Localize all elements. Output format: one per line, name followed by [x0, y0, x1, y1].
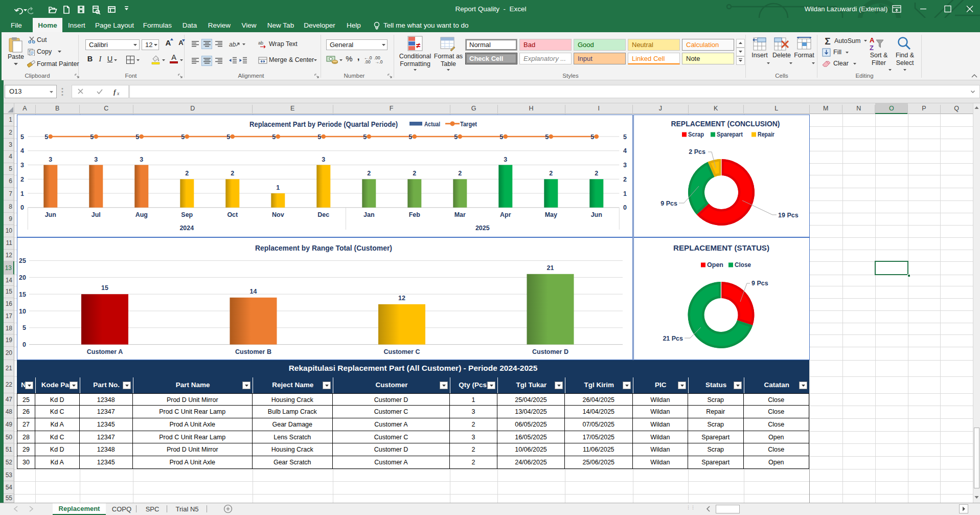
svg-text:A: A: [870, 36, 875, 44]
svg-text:4: 4: [623, 147, 627, 154]
svg-text:5: 5: [22, 324, 26, 331]
svg-text:4: 4: [20, 147, 24, 154]
svg-text:2025: 2025: [475, 225, 490, 232]
svg-text:5: 5: [272, 133, 276, 141]
svg-text:2: 2: [367, 170, 371, 177]
svg-text:21: 21: [547, 264, 554, 272]
svg-text:≠: ≠: [416, 41, 421, 50]
svg-text:.00: .00: [364, 59, 371, 64]
svg-text:14: 14: [250, 288, 257, 295]
svg-text:Scrap: Scrap: [688, 131, 704, 138]
svg-text:5: 5: [408, 133, 412, 141]
svg-text:21 Pcs: 21 Pcs: [663, 335, 683, 342]
svg-text:Repair: Repair: [758, 131, 774, 138]
svg-text:1: 1: [276, 184, 280, 191]
svg-text:9 Pcs: 9 Pcs: [660, 200, 677, 207]
svg-text:5: 5: [44, 133, 48, 141]
svg-text:5: 5: [135, 133, 139, 141]
svg-text:Jan: Jan: [363, 211, 375, 218]
svg-text:5: 5: [181, 133, 185, 141]
svg-text:3: 3: [94, 156, 98, 163]
svg-text:Oct: Oct: [227, 211, 238, 218]
svg-text:Mar: Mar: [454, 211, 466, 218]
svg-text:3: 3: [49, 156, 52, 163]
svg-text:15: 15: [101, 284, 108, 292]
svg-text:1: 1: [20, 190, 24, 197]
svg-text:1: 1: [623, 190, 627, 197]
svg-text:REPLACEMENT (STATUS): REPLACEMENT (STATUS): [673, 244, 769, 252]
svg-text:2024: 2024: [179, 225, 194, 232]
svg-text:Target: Target: [460, 121, 477, 128]
svg-text:→.0: →.0: [375, 59, 383, 64]
svg-text:2 Pcs: 2 Pcs: [689, 148, 705, 155]
svg-text:Replacement by Range Total (Cu: Replacement by Range Total (Customer): [255, 243, 392, 252]
svg-text:May: May: [545, 211, 557, 218]
svg-text:Replacement Part by Periode (Q: Replacement Part by Periode (Quartal Per…: [249, 120, 398, 128]
svg-text:Sep: Sep: [181, 211, 193, 218]
svg-text:2: 2: [231, 170, 234, 177]
svg-text:19 Pcs: 19 Pcs: [778, 212, 799, 219]
svg-text:5: 5: [454, 133, 458, 141]
svg-text:5: 5: [20, 133, 24, 141]
svg-text:Actual: Actual: [424, 121, 440, 128]
svg-text:3: 3: [504, 156, 507, 163]
svg-text:Customer C: Customer C: [384, 348, 420, 355]
svg-text:0: 0: [22, 341, 26, 348]
svg-text:Customer A: Customer A: [87, 348, 123, 355]
svg-text:Sparepart: Sparepart: [717, 131, 743, 138]
svg-text:10: 10: [19, 308, 26, 315]
svg-text:f: f: [113, 88, 117, 96]
svg-text:5: 5: [226, 133, 230, 141]
svg-text:x: x: [117, 91, 120, 96]
svg-text:Z: Z: [870, 44, 874, 51]
svg-text:2: 2: [413, 170, 416, 177]
svg-text:2: 2: [185, 170, 189, 177]
svg-text:ab: ab: [229, 41, 236, 48]
svg-text:2: 2: [595, 170, 598, 177]
svg-text:Open: Open: [707, 261, 723, 268]
svg-text:15: 15: [19, 291, 26, 298]
svg-text:2: 2: [20, 176, 24, 183]
svg-text:2: 2: [549, 170, 553, 177]
svg-text:5: 5: [363, 133, 367, 141]
svg-text:3: 3: [20, 162, 24, 169]
svg-text:Jun: Jun: [45, 211, 56, 218]
svg-text:Dec: Dec: [317, 211, 329, 218]
svg-text:3: 3: [322, 156, 325, 163]
svg-text:Customer B: Customer B: [235, 348, 271, 355]
svg-text:Customer D: Customer D: [532, 348, 568, 355]
svg-text:ab: ab: [258, 40, 263, 46]
svg-text:5: 5: [623, 133, 627, 141]
svg-text:25: 25: [19, 257, 26, 264]
svg-text:Aug: Aug: [135, 211, 148, 218]
svg-text:5: 5: [499, 133, 503, 141]
svg-text:REPLACEMENT (CONCLUSION): REPLACEMENT (CONCLUSION): [671, 120, 780, 128]
svg-text:3: 3: [623, 162, 627, 169]
svg-text:0: 0: [623, 204, 627, 211]
svg-text:Apr: Apr: [500, 211, 511, 218]
svg-text:5: 5: [317, 133, 321, 141]
svg-text:5: 5: [590, 133, 594, 141]
svg-text:3: 3: [140, 156, 143, 163]
svg-text:5: 5: [90, 133, 94, 141]
svg-text:5: 5: [545, 133, 549, 141]
svg-text:Nov: Nov: [272, 211, 284, 218]
svg-text:2: 2: [623, 176, 627, 183]
svg-text:20: 20: [19, 274, 26, 281]
svg-text:2: 2: [458, 170, 462, 177]
svg-text:9 Pcs: 9 Pcs: [751, 280, 768, 287]
svg-text:0: 0: [20, 204, 24, 211]
svg-text:Jun: Jun: [591, 211, 602, 218]
svg-text:12: 12: [398, 295, 405, 302]
svg-text:Close: Close: [735, 261, 751, 268]
svg-text:Jul: Jul: [92, 211, 101, 218]
svg-text:Feb: Feb: [409, 211, 421, 218]
